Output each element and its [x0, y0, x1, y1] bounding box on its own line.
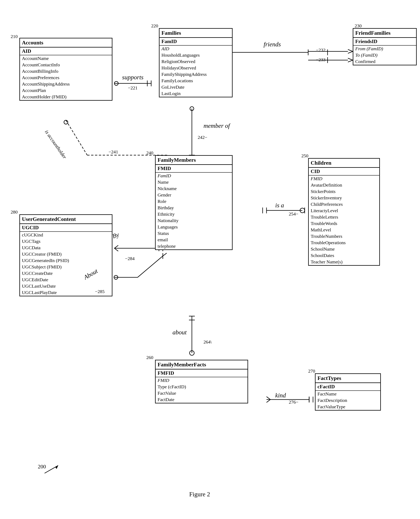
families-field-3: ReligionObserved [159, 58, 232, 65]
ugc-name: UserGeneratedContent [20, 215, 112, 224]
svg-line-39 [138, 256, 163, 277]
accounts-field-7: AccountHolder (FMID) [20, 94, 112, 100]
accounts-field-4: AccountPreferences [20, 75, 112, 81]
families-field-7: GoLiveDate [159, 84, 232, 90]
accounts-field-6: AccountPlan [20, 87, 112, 94]
diagram-container: 210 Accounts AID AccountName AccountCont… [0, 0, 420, 519]
kind-num: 276− [289, 399, 299, 405]
friendfamilies-field-2: To (FamID) [353, 52, 416, 58]
children-pk: CID [309, 168, 379, 176]
children-field-7: TroubleWords [309, 220, 379, 227]
fmf-field-type: Type (cFactID) [156, 384, 248, 390]
children-field-2: StickerPoints [309, 188, 379, 195]
families-entity: Families FamID AID HousholdLanguages Rel… [159, 28, 232, 97]
familymembers-field-telephone: telephone [156, 243, 232, 249]
children-field-4: ChildPreferences [309, 201, 379, 207]
ugc-field-8: UGCEditDate [20, 277, 112, 283]
children-field-13: Teacher Name(s) [309, 259, 379, 265]
svg-line-41 [163, 253, 167, 256]
svg-line-16 [348, 58, 353, 60]
children-field-8: MathLevel [309, 227, 379, 233]
memberof-num: 242− [198, 135, 207, 140]
svg-line-12 [348, 51, 353, 53]
children-name: Children [309, 159, 379, 168]
accounts-field-1: AccountName [20, 55, 112, 62]
fmf-field-value: FactValue [156, 390, 248, 397]
svg-line-37 [114, 248, 118, 251]
svg-point-40 [114, 275, 118, 279]
ugc-field-9: UGCLastUseDate [20, 283, 112, 289]
ugc-pk: UGCID [20, 224, 112, 232]
families-field-8: LastLogin [159, 90, 232, 97]
children-field-1: AvatarDefinition [309, 182, 379, 188]
supports-num: −221 [128, 85, 138, 91]
fmf-field-date: FactDate [156, 397, 248, 403]
friends-num2: −233 [316, 57, 326, 62]
friendfamilies-field-1: From (FamID) [353, 46, 416, 52]
children-field-3: StickerInventory [309, 195, 379, 201]
familymembers-label: 240 [146, 150, 153, 156]
svg-line-51 [267, 397, 270, 399]
about2-label: about [172, 329, 187, 336]
children-field-9: TroubleNumbers [309, 233, 379, 239]
familymembers-field-name: Name [156, 179, 232, 185]
familymembers-field-email: email [156, 237, 232, 243]
friends-num1: −232 [316, 47, 326, 53]
families-field-1: AID [159, 46, 232, 52]
facttypes-field-3: FactValueType [315, 404, 380, 410]
isa-num: 254− [289, 211, 299, 217]
children-field-11: SchoolName [309, 246, 379, 252]
facttypes-field-1: FactName [315, 391, 380, 397]
ugc-field-5: UGCGeneratedIn (PSID) [20, 257, 112, 264]
familymembers-entity: FamilyMembers FMID FamID Name Nickname G… [155, 155, 232, 250]
families-field-5: FamilyShippingAddress [159, 71, 232, 77]
fmf-pk: FMFID [156, 369, 248, 377]
friendfamilies-pk: FriendsID [353, 38, 416, 46]
fmf-field-fmid: FMID [156, 377, 248, 384]
families-name: Families [159, 29, 232, 38]
familymembers-field-role: Role [156, 198, 232, 205]
families-pk: FamID [159, 38, 232, 46]
friendfamilies-field-3: Confirmed [353, 58, 416, 65]
familymembers-name: FamilyMembers [156, 156, 232, 165]
familymembers-pk: FMID [156, 165, 232, 173]
svg-line-52 [267, 399, 270, 402]
svg-line-36 [114, 245, 118, 248]
facttypes-entity: FactTypes cFactID FactName FactDescripti… [315, 373, 381, 411]
ugc-field-1: cUGCKind [20, 232, 112, 238]
fmf-name: FamilyMemberFacts [156, 360, 248, 369]
svg-point-27 [64, 120, 68, 124]
isaccountholder-label: is accountholder [44, 129, 68, 160]
ugc-field-6: UGCSubject (FMID) [20, 264, 112, 270]
facttypes-field-2: FactDescription [315, 397, 380, 404]
familymembers-field-nationality: Nationality [156, 217, 232, 224]
accounts-entity: Accounts AID AccountName AccountContactI… [19, 38, 112, 101]
children-field-12: SchoolDates [309, 252, 379, 259]
facttypes-name: FactTypes [315, 374, 380, 383]
svg-point-31 [300, 208, 305, 213]
children-field-5: LiteractyLevel [309, 207, 379, 214]
accounts-field-2: AccountContactInfo [20, 62, 112, 68]
accounts-pk: AID [20, 47, 112, 55]
familymembers-field-ethnicity: Ethnicity [156, 211, 232, 217]
friendfamilies-entity: FriendFamilies FriendsID From (FamID) To… [353, 28, 417, 65]
ugc-field-4: UGCCreator (FMID) [20, 251, 112, 257]
about-num: −285 [95, 289, 105, 294]
facttypes-label: 270 [308, 368, 315, 374]
familymembers-field-status: Status [156, 230, 232, 237]
by-num: −284 [125, 256, 135, 261]
children-field-fmid: FMID [309, 176, 379, 182]
accounts-label: 210 [11, 34, 18, 39]
about2-num: 264\ [203, 339, 212, 345]
fmf-label: 260 [146, 355, 153, 360]
children-field-6: TroubleLetters [309, 214, 379, 220]
accounts-field-3: AccountBillingInfo [20, 68, 112, 75]
familymembers-field-famid: FamID [156, 173, 232, 179]
accounts-name: Accounts [20, 38, 112, 47]
ugc-field-2: UGCTags [20, 238, 112, 244]
memberof-label: member of [203, 122, 230, 129]
friends-label: friends [264, 41, 281, 48]
svg-point-3 [114, 82, 118, 85]
friendfamilies-name: FriendFamilies [353, 29, 416, 38]
svg-line-17 [348, 60, 353, 62]
